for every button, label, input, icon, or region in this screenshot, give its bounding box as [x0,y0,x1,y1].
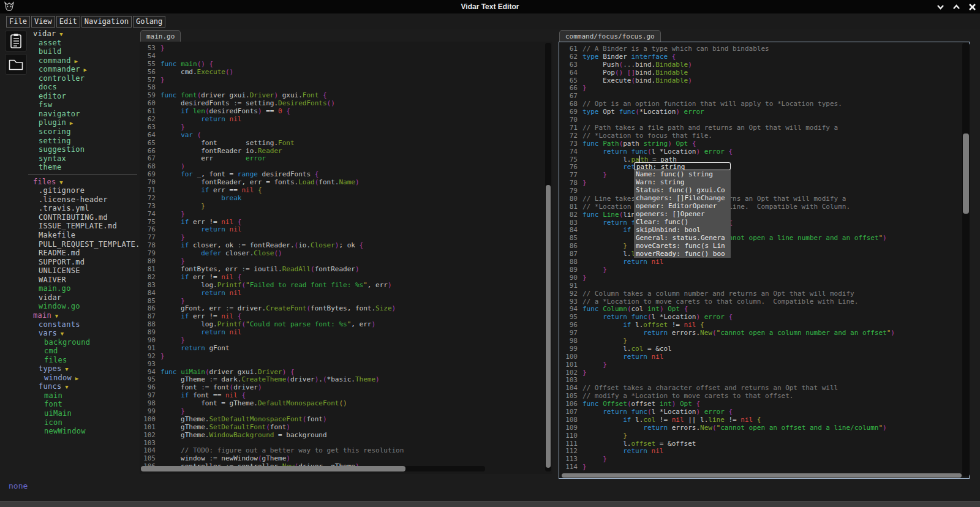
menu-file[interactable]: File [6,16,30,28]
tree-item--travis-yml[interactable]: .travis.yml [31,204,138,213]
code-line[interactable]: 74 return func(l *Location) error { [562,148,968,156]
tree-item-waiver[interactable]: WAIVER [31,276,138,285]
tree-item-editor[interactable]: editor [31,92,138,101]
right-editor-vscrollbar-thumb[interactable] [963,133,969,214]
code-line[interactable]: 69type Opt func(*Location) error [562,108,968,116]
tree-item-build[interactable]: build [31,47,138,56]
editor-pane-main-go[interactable]: main.go 53}5455func main() {56 cmd.Execu… [140,29,552,474]
expanded-arrow-icon[interactable]: ▼ [56,179,63,186]
code-area[interactable]: 53}5455func main() {56 cmd.Execute()57}5… [142,45,551,471]
code-line[interactable]: 57} [142,77,551,85]
expanded-arrow-icon[interactable]: ▼ [62,384,69,390]
tree-item-font[interactable]: font [31,400,138,409]
editor-pane-focus-go[interactable]: command/focus/focus.go 61// A Binder is … [559,29,974,479]
close-icon[interactable] [968,3,976,11]
code-line[interactable]: 102 gTheme.WindowBackground = background [142,432,551,440]
code-line[interactable]: 76 return nil [562,163,968,171]
tree-item-types[interactable]: types ▼ [31,364,138,374]
code-line[interactable]: 67 err error [142,155,551,163]
tree-item-scoring[interactable]: scoring [31,127,138,137]
tree-item-pull-request-template-md[interactable]: PULL_REQUEST_TEMPLATE.md [31,240,138,249]
expanded-arrow-icon[interactable]: ▼ [57,331,64,337]
code-line[interactable]: 73 } [142,203,551,211]
tree-item-icon[interactable]: icon [31,418,138,427]
code-line[interactable]: 78} [562,179,968,187]
code-line[interactable]: 112 return nil [562,448,968,456]
tree-item-unlicense[interactable]: UNLICENSE [31,266,138,276]
right-editor-vscrollbar-track[interactable] [962,43,970,476]
tree-item-command[interactable]: command ▶ [31,56,138,66]
tree-item-support-md[interactable]: SUPPORT.md [31,258,138,267]
tree-item-background[interactable]: background [31,338,138,347]
clipboard-list-icon[interactable] [5,31,27,51]
completion-item[interactable]: openers: []Opener [634,210,731,218]
expanded-arrow-icon[interactable]: ▼ [51,313,58,319]
left-editor-vscrollbar-thumb[interactable] [546,185,551,468]
tree-item-issue-template-md[interactable]: ISSUE_TEMPLATE.md [31,222,138,231]
tree-item-asset[interactable]: asset [31,39,138,48]
code-editor-focus-go[interactable]: 61// A Binder is a type which can bind b… [559,42,970,479]
code-line[interactable]: 102} [562,369,968,377]
completion-item[interactable]: path: string [634,162,731,170]
code-line[interactable]: 76 return nil [142,226,551,234]
tree-item--gitignore[interactable]: .gitignore [31,186,138,195]
tab-main-go[interactable]: main.go [140,30,181,42]
completion-item[interactable]: changers: []FileChange [634,194,731,202]
tree-item-files[interactable]: files ▼ [31,178,138,187]
tree-item-uimain[interactable]: uiMain [31,409,138,418]
menu-golang[interactable]: Golang [133,16,165,28]
tree-item-fsw[interactable]: fsw [31,100,138,110]
code-line[interactable]: 101 } [562,361,968,369]
tree-item-vidar[interactable]: vidar ▼ [31,29,138,39]
completion-item[interactable]: Name: func() string [634,170,731,178]
expanded-arrow-icon[interactable]: ▼ [56,31,63,37]
code-line[interactable]: 88 return nil [562,258,968,266]
code-line[interactable]: 79 defer closer.Close() [142,250,551,258]
tree-item-theme[interactable]: theme [31,163,138,172]
maximize-chevron-up-icon[interactable] [952,3,960,11]
left-editor-hscrollbar-thumb[interactable] [141,466,405,471]
completion-item[interactable]: Status: func() gxui.Co [634,186,731,194]
tree-item-vidar[interactable]: vidar [31,293,138,302]
completion-item[interactable]: Warn: string [634,178,731,186]
tree-item-setting[interactable]: setting [31,137,138,146]
collapsed-arrow-icon[interactable]: ▶ [71,58,78,64]
code-line[interactable]: 92} [142,353,551,361]
tree-item-main[interactable]: main [31,391,138,400]
tree-item-main[interactable]: main ▼ [31,311,138,320]
code-line[interactable]: 89 } [562,266,968,274]
tree-item-docs[interactable]: docs [31,83,138,92]
tree-item-makefile[interactable]: Makefile [31,231,138,240]
tree-item--license-header[interactable]: .license-header [31,195,138,205]
menu-edit[interactable]: Edit [56,16,80,28]
code-line[interactable]: 84 return nil [142,290,551,298]
expanded-arrow-icon[interactable]: ▼ [62,366,69,372]
tree-item-suggestion[interactable]: suggestion [31,145,138,154]
window-hscrollbar[interactable] [0,501,980,507]
code-line[interactable]: 77 } [562,171,968,179]
menu-navigation[interactable]: Navigation [81,16,132,28]
tree-item-main-go[interactable]: main.go [31,284,138,293]
code-line[interactable]: 114} [562,464,968,471]
tree-item-files[interactable]: files [31,356,138,365]
tab-focus-go[interactable]: command/focus/focus.go [559,30,661,42]
tree-item-window[interactable]: window ▶ [31,374,138,383]
completion-item[interactable]: Clear: func() [634,218,731,226]
code-line[interactable]: 100 return nil [562,353,968,361]
menu-view[interactable]: View [31,16,55,28]
code-line[interactable]: 53} [142,45,551,53]
tree-item-plugin[interactable]: plugin ▶ [31,118,138,127]
code-line[interactable]: 90} [562,274,968,282]
code-line[interactable]: 89 return nil [142,329,551,337]
collapsed-arrow-icon[interactable]: ▶ [72,375,78,381]
completion-item[interactable]: opener: EditorOpener [634,202,731,210]
collapsed-arrow-icon[interactable]: ▶ [66,120,73,126]
code-line[interactable]: 113 } [562,456,968,464]
tree-item-controller[interactable]: controller [31,74,138,83]
code-line[interactable]: 91 return gFont [142,345,551,353]
code-line[interactable]: 65 Execute(bind.Bindable) [562,77,968,85]
code-line[interactable]: 63 } [142,124,551,132]
code-line[interactable]: 56 cmd.Execute() [142,69,551,77]
tree-item-cmd[interactable]: cmd [31,347,138,356]
tree-item-syntax[interactable]: syntax [31,154,138,163]
